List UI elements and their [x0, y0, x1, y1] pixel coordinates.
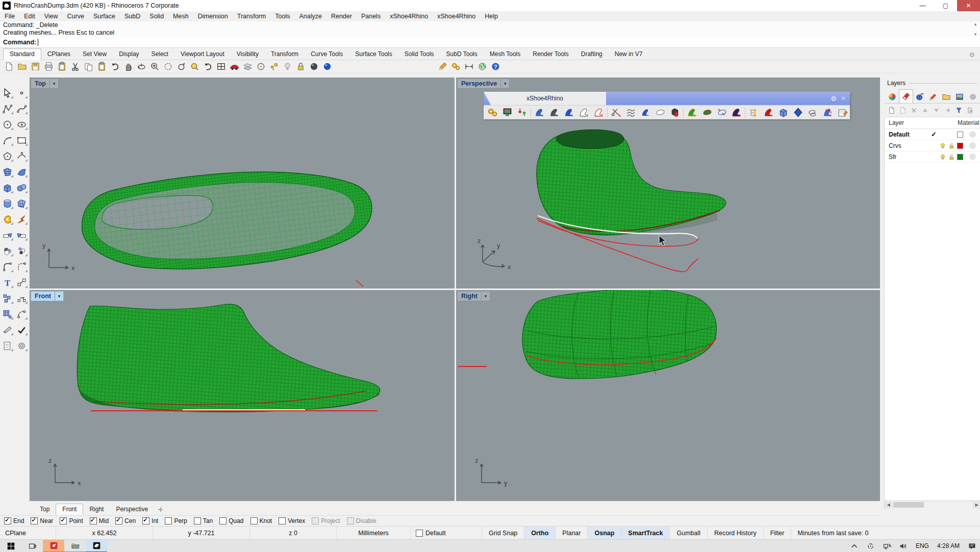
object-colors-icon[interactable]	[15, 245, 28, 257]
blend-colors-icon[interactable]	[1, 245, 14, 257]
array-polar-icon[interactable]	[15, 308, 28, 320]
notification-center-icon[interactable]	[964, 540, 980, 552]
checkbox[interactable]	[60, 517, 67, 524]
toolbar-tab-mesh-tools[interactable]: Mesh Tools	[484, 49, 526, 60]
viewport-right[interactable]: z y Right ▼	[456, 290, 880, 501]
xshoe-last-blue-2-icon[interactable]	[562, 107, 576, 119]
menu-analyze[interactable]: Analyze	[294, 12, 326, 21]
select-arrow-icon[interactable]	[1, 87, 14, 99]
osnap-near[interactable]: Near	[31, 517, 53, 524]
surface-corner-icon[interactable]	[15, 166, 28, 178]
check-objects-icon[interactable]	[15, 324, 28, 336]
lamp-icon[interactable]	[281, 61, 294, 72]
copy-to-clipboard-icon[interactable]	[55, 61, 68, 72]
filter-layers-icon[interactable]	[953, 105, 964, 115]
menu-xshoe4rhino-2[interactable]: xShoe4Rhino	[433, 12, 480, 21]
task-view-button[interactable]	[21, 540, 43, 552]
checkbox[interactable]	[194, 517, 201, 524]
touch-keyboard-icon[interactable]	[863, 540, 879, 552]
layer-row-crvs[interactable]: Crvs	[885, 140, 980, 151]
xshoe-tree-list-icon[interactable]	[746, 107, 761, 119]
gear-settings-icon[interactable]	[15, 339, 28, 352]
help-tab-icon[interactable]	[953, 91, 966, 103]
layer-row-sfr[interactable]: Sfr	[885, 151, 980, 163]
checkbox[interactable]	[90, 517, 97, 524]
pan-view-icon[interactable]	[121, 61, 135, 72]
undo-view-change-icon[interactable]	[201, 61, 214, 72]
cplane-cell[interactable]: CPlane	[0, 527, 56, 539]
xshoe-last-pins-icon[interactable]	[820, 107, 835, 119]
menu-panels[interactable]: Panels	[357, 12, 385, 21]
ellipse-icon[interactable]	[15, 118, 28, 130]
toolbar-tab-subd-tools[interactable]: SubD Tools	[440, 49, 484, 60]
xshoe-last-half-blue-icon[interactable]	[638, 107, 653, 119]
rendering-tab-icon[interactable]	[913, 91, 926, 103]
block-insert-icon[interactable]	[1, 292, 14, 304]
tray-chevron-icon[interactable]	[846, 540, 863, 552]
top-viewport-canvas[interactable]: y x	[30, 77, 455, 288]
toolbar-tab-curve-tools[interactable]: Curve Tools	[305, 49, 349, 60]
spheres-icon[interactable]	[15, 181, 28, 194]
toolbar-tab-drafting[interactable]: Drafting	[575, 49, 609, 60]
scroll-right-icon[interactable]: ▶	[973, 502, 980, 509]
collapse-layers-icon[interactable]	[942, 105, 952, 115]
viewport-layout-icon[interactable]	[214, 61, 228, 72]
osnap-point[interactable]: Point	[60, 517, 83, 524]
toolbar-gear-icon[interactable]: ⚙	[969, 51, 975, 60]
viewport-top[interactable]: y x Top ▼	[30, 77, 455, 288]
viewport-front[interactable]: z x Front ▼	[30, 290, 455, 501]
checkbox[interactable]	[347, 517, 354, 524]
xshoe-last-blue-icon[interactable]	[532, 107, 547, 119]
viewport-label-right[interactable]: Right ▼	[457, 291, 490, 301]
viewport-tab-right[interactable]: Right	[83, 504, 110, 515]
split-icon[interactable]	[15, 229, 28, 241]
planar-toggle[interactable]: Planar	[556, 527, 588, 539]
circle-icon[interactable]	[1, 118, 14, 130]
default-cplane-cell[interactable]: Default	[411, 527, 482, 539]
zoom-extents-icon[interactable]	[188, 61, 201, 72]
array-linear-icon[interactable]	[15, 292, 28, 304]
move-layer-down-icon[interactable]	[931, 105, 941, 115]
grid-snap-toggle[interactable]: Grid Snap	[482, 527, 524, 539]
viewport-label-top[interactable]: Top ▼	[31, 78, 59, 89]
move-layer-up-icon[interactable]	[920, 105, 930, 115]
smarttrack-toggle[interactable]: SmartTrack	[621, 527, 670, 539]
fillet-curve-icon[interactable]	[1, 260, 14, 273]
new-file-icon[interactable]	[2, 61, 15, 72]
osnap-quad[interactable]: Quad	[219, 517, 243, 524]
cut-icon[interactable]	[68, 61, 82, 72]
toolbar-tab-surface-tools[interactable]: Surface Tools	[349, 49, 398, 60]
settings-tab-icon[interactable]	[966, 91, 979, 103]
knife-split-icon[interactable]	[1, 324, 14, 336]
hide-objects-icon[interactable]	[241, 61, 254, 72]
checkbox[interactable]	[312, 517, 319, 524]
checkbox[interactable]	[165, 517, 172, 524]
material-ball[interactable]	[969, 153, 976, 160]
menu-transform[interactable]: Transform	[233, 12, 271, 21]
cylinder-icon[interactable]	[1, 197, 14, 209]
render-icon[interactable]	[320, 61, 334, 72]
material-ball[interactable]	[969, 131, 976, 138]
menu-help[interactable]: Help	[480, 12, 502, 21]
select-points-icon[interactable]	[267, 61, 281, 72]
toolbar-tab-set-view[interactable]: Set View	[77, 49, 113, 60]
checkbox[interactable]	[142, 517, 149, 524]
gumball-toggle[interactable]: Gumball	[670, 527, 708, 539]
ortho-toggle[interactable]: Ortho	[524, 527, 556, 539]
viewport-perspective[interactable]: z y x Perspective ▼ xShoe4Rhino ⚙ ✕	[456, 77, 880, 288]
layer-lock-icon[interactable]	[947, 153, 956, 161]
xshoe4rhino-titlebar[interactable]: xShoe4Rhino ⚙ ✕	[484, 92, 850, 105]
recording-app-button[interactable]	[43, 540, 64, 552]
single-point-icon[interactable]	[15, 87, 28, 99]
checkbox[interactable]	[31, 517, 38, 524]
osnap-cen[interactable]: Cen	[115, 517, 136, 524]
osnap-end[interactable]: End	[4, 517, 24, 524]
right-viewport-canvas[interactable]: z y	[456, 290, 880, 501]
checkbox[interactable]	[219, 517, 227, 524]
xshoe4rhino-toolbar[interactable]: xShoe4Rhino ⚙ ✕	[484, 92, 850, 119]
xshoe-last-outline-icon[interactable]	[576, 107, 591, 119]
new-sublayer-icon[interactable]	[897, 105, 908, 115]
open-file-icon[interactable]	[15, 61, 29, 72]
toolbar-tab-render-tools[interactable]: Render Tools	[526, 49, 575, 60]
xshoe-sole-outline-icon[interactable]	[652, 107, 667, 119]
